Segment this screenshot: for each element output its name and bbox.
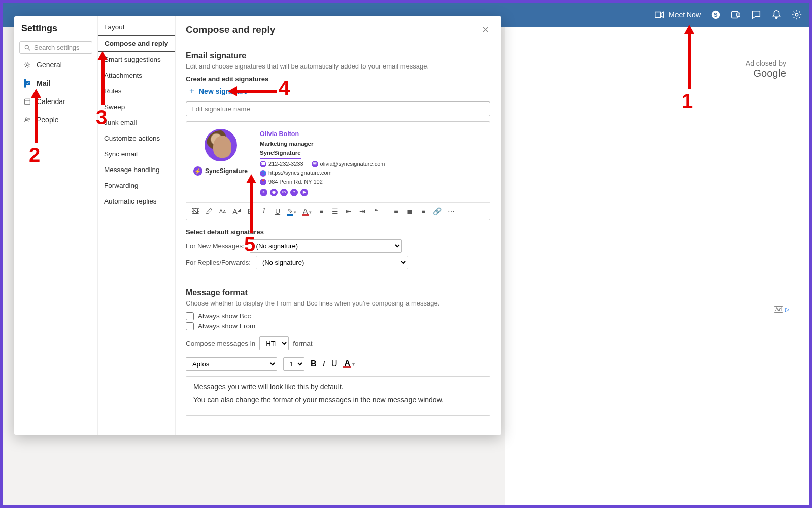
category-people[interactable]: People [19,113,92,127]
close-button[interactable]: ✕ [480,22,491,38]
signature-preview: ⚡ SyncSignature Olivia Bolton Marketing … [186,122,490,202]
align-center-icon[interactable]: ≣ [405,207,414,215]
ad-badge-label: Ad [774,306,783,313]
svg-point-5 [25,45,28,49]
always-from-checkbox[interactable] [186,322,194,330]
insert-image-icon[interactable]: 🖼 [191,207,199,215]
category-calendar-label: Calendar [37,97,65,106]
sub-attachments[interactable]: Attachments [98,67,175,83]
svg-line-6 [28,48,30,50]
bell-icon[interactable] [771,9,782,20]
new-signature-button[interactable]: ＋ New signature [188,86,491,96]
plus-icon: ＋ [188,86,196,96]
ad-closed-label: Ad closed by [746,59,786,67]
sig-social-row: X ◉ in f ▶ [260,189,385,196]
globe-icon: 🌐 [260,170,266,177]
skype-icon[interactable]: S [710,9,721,20]
email-icon: ✉ [312,161,318,167]
svg-point-7 [26,64,28,66]
signature-brand: ⚡ SyncSignature [193,166,248,176]
content-header: Compose and reply ✕ [176,16,501,44]
category-people-label: People [37,116,59,124]
for-new-label: For New Messages: [186,242,245,250]
message-format-desc: Choose whether to display the From and B… [186,299,491,307]
category-calendar[interactable]: Calendar [19,94,92,109]
sub-smart-suggestions[interactable]: Smart suggestions [98,52,175,67]
underline-toggle[interactable]: U [331,359,337,368]
more-icon[interactable]: ⋯ [447,207,455,215]
pin-icon: 📍 [260,179,266,185]
format-preview-box: Messages you write will look like this b… [186,376,490,416]
font-size-select[interactable]: 12 [283,357,304,371]
always-bcc-row[interactable]: Always show Bcc [186,312,491,320]
google-logo-text: Google [746,67,786,79]
link-icon[interactable]: 🔗 [433,207,442,215]
linkedin-icon[interactable]: in [280,189,288,196]
sub-compose-and-reply[interactable]: Compose and reply [98,35,175,52]
sub-layout[interactable]: Layout [98,19,175,35]
highlighter-icon[interactable]: 🖊 [205,207,213,215]
default-font-row: Aptos 12 B I U A▾ [186,357,491,371]
settings-sidebar-subcategories: Layout Compose and reply Smart suggestio… [98,16,176,435]
meet-now-button[interactable]: Meet Now [654,9,701,20]
for-replies-select[interactable]: (No signature) [256,256,408,269]
font-color-toggle[interactable]: A▾ [343,360,355,368]
search-icon [24,44,31,51]
sub-customize-actions[interactable]: Customize actions [98,130,175,146]
sub-junk-email[interactable]: Junk email [98,115,175,130]
category-mail-label: Mail [37,79,50,87]
compose-format-select[interactable]: HTML [259,336,289,350]
sub-message-handling[interactable]: Message handling [98,162,175,178]
bold-toggle[interactable]: B [311,359,317,368]
sub-rules[interactable]: Rules [98,83,175,99]
ad-badge[interactable]: Ad ▷ [774,306,789,313]
align-right-icon[interactable]: ≡ [419,207,427,215]
youtube-icon[interactable]: ▶ [300,189,308,196]
font-family-select[interactable]: Aptos [186,357,277,371]
category-mail[interactable]: Mail [19,76,92,90]
bulleted-list-icon[interactable]: ≡ [317,207,325,215]
signature-name-input[interactable] [186,101,490,116]
facebook-icon[interactable]: f [290,189,298,196]
sub-automatic-replies[interactable]: Automatic replies [98,193,175,209]
font-color-icon[interactable]: A▾ [302,207,312,216]
outdent-icon[interactable]: ⇤ [345,207,353,215]
numbered-list-icon[interactable]: ☰ [331,207,339,215]
sub-sync-email[interactable]: Sync email [98,146,175,162]
font-size-decrease-icon[interactable]: Aᴀ [219,208,227,215]
divider [186,425,491,425]
instagram-icon[interactable]: ◉ [270,189,278,196]
category-general[interactable]: General [19,58,92,72]
chat-icon[interactable] [751,9,762,20]
content-body: Email signature Edit and choose signatur… [176,44,501,435]
text-highlight-icon[interactable]: ✎▾ [287,207,296,216]
bold-icon[interactable]: B [246,207,254,215]
gear-icon[interactable] [791,9,802,20]
always-from-row[interactable]: Always show From [186,322,491,330]
reply-title: Reply or Reply all [186,434,491,435]
video-icon [654,9,665,20]
always-bcc-checkbox[interactable] [186,312,194,320]
for-new-select[interactable]: (No signature) [250,239,402,253]
search-settings-input[interactable]: Search settings [19,41,92,54]
sub-forwarding[interactable]: Forwarding [98,178,175,193]
right-pane: Ad closed by Google Ad ▷ [505,27,809,505]
for-replies-label: For Replies/Forwards: [186,259,251,266]
sub-sweep[interactable]: Sweep [98,99,175,115]
indent-icon[interactable]: ⇥ [358,207,366,215]
settings-sidebar-categories: Settings Search settings General Mail Ca… [14,16,98,435]
teams-icon[interactable] [730,9,741,20]
font-size-increase-icon[interactable]: A◢ [232,207,241,216]
adchoices-icon: ▷ [785,306,789,313]
ad-closed-text: Ad closed by Google [746,59,786,79]
svg-point-4 [795,13,798,16]
italic-toggle[interactable]: I [323,359,325,368]
align-left-icon[interactable]: ≡ [392,207,400,215]
signature-editor[interactable]: ⚡ SyncSignature Olivia Bolton Marketing … [186,121,490,220]
sig-address: 984 Penn Rd. NY 102 [268,178,323,187]
brand-name: SyncSignature [205,167,248,175]
italic-icon[interactable]: I [260,207,268,215]
underline-icon[interactable]: U [274,207,282,215]
x-icon[interactable]: X [260,189,267,196]
quote-icon[interactable]: ❝ [372,207,380,215]
